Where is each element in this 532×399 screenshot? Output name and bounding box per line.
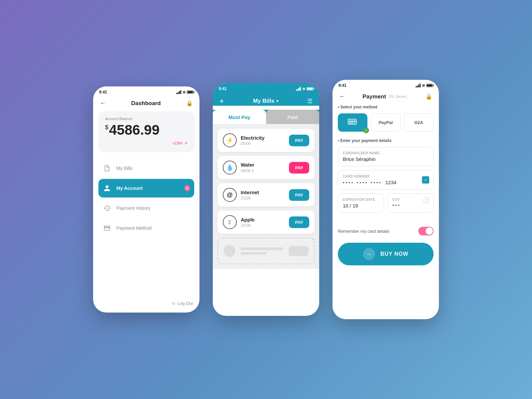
cvv-help-icon[interactable]: ? bbox=[423, 197, 429, 203]
electricity-date: 05/06 bbox=[241, 141, 285, 146]
payment-lock-icon: 🔒 bbox=[426, 93, 432, 100]
bills-header: + My Bills ▾ ☰ bbox=[213, 93, 319, 106]
battery-icon bbox=[187, 90, 194, 94]
electricity-info: Electricity 05/06 bbox=[241, 135, 285, 146]
cardholder-group: CARDHOLDER NAME Brice Séraphin bbox=[338, 147, 434, 166]
battery-icon-3 bbox=[426, 84, 433, 87]
payment-header: ← Payment SSL Secure_ 🔒 bbox=[332, 90, 439, 105]
method-g2a-label: G2A bbox=[414, 120, 423, 125]
apple-info: Apple 25/06 bbox=[241, 217, 285, 228]
back-button[interactable]: ← bbox=[100, 100, 106, 107]
wifi-icon-3: ⊜ bbox=[422, 83, 425, 88]
balance-section: Account Balance $ 4586.99 +15% ↗ bbox=[98, 111, 194, 152]
menu-icon[interactable]: ☰ bbox=[307, 97, 313, 105]
balance-change: +15% ↗ bbox=[105, 141, 188, 146]
page-title: Dashboard bbox=[131, 100, 161, 107]
card-check-icon: ✓ bbox=[422, 176, 429, 184]
bill-electricity: ⚡ Electricity 05/06 PAY bbox=[217, 129, 315, 152]
svg-rect-1 bbox=[348, 121, 356, 122]
dropdown-icon: ▾ bbox=[276, 99, 278, 103]
wifi-icon-2: ⊜ bbox=[302, 87, 305, 91]
expiry-field[interactable]: EXPIRATION DATE 10 / 19 bbox=[338, 194, 384, 213]
signal-icon-3 bbox=[416, 83, 421, 87]
battery-icon-2 bbox=[307, 87, 313, 90]
remember-row: Remember my card details bbox=[332, 222, 439, 240]
placeholder-lines bbox=[241, 247, 283, 255]
nav-payment-history[interactable]: Payment History bbox=[98, 199, 194, 217]
tab-bar: Must Pay Paid bbox=[213, 110, 319, 124]
status-time-1: 9:41 bbox=[99, 90, 107, 94]
trend-up-icon: ↗ bbox=[184, 141, 188, 146]
placeholder-line-1 bbox=[241, 247, 283, 250]
placeholder-line-2 bbox=[241, 252, 266, 255]
toggle-knob bbox=[426, 227, 433, 235]
electricity-icon: ⚡ bbox=[223, 133, 237, 147]
back-button-payment[interactable]: ← bbox=[339, 93, 345, 100]
status-bar-2: 9:41 ⊜ bbox=[213, 83, 319, 93]
electricity-name: Electricity bbox=[241, 135, 285, 141]
method-card[interactable]: ✓ bbox=[338, 113, 367, 132]
method-paypal-label: PayPal bbox=[379, 120, 393, 125]
bills-title: My Bills ▾ bbox=[253, 98, 278, 104]
buy-arrow-icon: → bbox=[363, 248, 375, 260]
nav-label-bills: My Bills bbox=[116, 166, 132, 171]
logout-button[interactable]: ⎋ Log Out bbox=[172, 301, 193, 306]
cardholder-label: CARDHOLDER NAME bbox=[343, 151, 429, 155]
bill-internet: @ Internet 21/06 PAY bbox=[217, 183, 315, 206]
tab-must-pay[interactable]: Must Pay bbox=[213, 110, 266, 124]
ssl-badge: SSL Secure_ bbox=[389, 95, 408, 98]
dashboard-phone: 9:41 ⊜ ← Dashboard 🔒 Account Balance $ 4… bbox=[93, 86, 200, 313]
status-icons-1: ⊜ bbox=[176, 90, 194, 94]
payment-body: Select your method ✓ PayPal bbox=[332, 105, 439, 222]
pay-water-button[interactable]: PAY bbox=[289, 162, 309, 174]
pay-internet-button[interactable]: PAY bbox=[289, 189, 309, 201]
payment-title-container: Payment SSL Secure_ bbox=[362, 93, 408, 100]
cardholder-value: Brice Séraphin bbox=[343, 156, 429, 162]
nav-payment-method[interactable]: Payment Method bbox=[98, 219, 194, 237]
remember-label: Remember my card details bbox=[338, 229, 389, 234]
lock-icon: 🔒 bbox=[186, 100, 193, 106]
cardholder-field[interactable]: CARDHOLDER NAME Brice Séraphin bbox=[338, 147, 434, 166]
nav-label-method: Payment Method bbox=[116, 225, 152, 231]
status-time-3: 9:41 bbox=[338, 83, 346, 88]
nav-my-bills[interactable]: My Bills bbox=[98, 159, 194, 178]
buy-label: BUY NOW bbox=[380, 251, 408, 257]
select-method-label: Select your method bbox=[338, 105, 434, 109]
buy-now-button[interactable]: → BUY NOW bbox=[338, 243, 434, 265]
logout-label: Log Out bbox=[178, 301, 193, 306]
expiry-label: EXPIRATION DATE bbox=[343, 198, 379, 201]
status-bar-3: 9:41 ⊜ bbox=[332, 80, 439, 90]
status-time-2: 9:41 bbox=[219, 86, 227, 91]
status-icons-3: ⊜ bbox=[416, 83, 433, 88]
bill-apple:  Apple 25/06 PAY bbox=[217, 210, 315, 234]
dashboard-header: ← Dashboard 🔒 bbox=[93, 96, 200, 111]
nav-my-account[interactable]: My Account 3 bbox=[98, 179, 194, 198]
status-icons-2: ⊜ bbox=[296, 87, 313, 91]
water-icon: 💧 bbox=[223, 161, 237, 175]
method-card-label bbox=[348, 118, 358, 127]
card-number-field[interactable]: CARD NUMBER •••• •••• •••• 1234 ✓ bbox=[338, 170, 434, 190]
payment-phone: 9:41 ⊜ ← Payment SSL Secure_ 🔒 Select yo… bbox=[332, 80, 439, 319]
wifi-icon: ⊜ bbox=[183, 90, 186, 94]
account-badge: 3 bbox=[184, 185, 190, 191]
internet-name: Internet bbox=[241, 190, 285, 195]
nav-label-account: My Account bbox=[116, 186, 143, 191]
pay-apple-button[interactable]: PAY bbox=[289, 216, 309, 228]
balance-amount: $ 4586.99 bbox=[105, 122, 188, 138]
expiry-value: 10 / 19 bbox=[343, 203, 379, 208]
method-g2a[interactable]: G2A bbox=[404, 113, 434, 132]
apple-icon:  bbox=[223, 215, 237, 229]
method-paypal[interactable]: PayPal bbox=[371, 113, 400, 132]
expiry-cvv-group: EXPIRATION DATE 10 / 19 CVV ••• ? bbox=[338, 194, 434, 213]
add-bill-button[interactable]: + bbox=[219, 96, 224, 106]
tab-paid[interactable]: Paid bbox=[266, 110, 319, 124]
remember-toggle[interactable] bbox=[418, 227, 434, 235]
cvv-field[interactable]: CVV ••• ? bbox=[387, 194, 434, 213]
apple-name: Apple bbox=[241, 217, 285, 222]
svg-rect-2 bbox=[349, 123, 351, 123]
signal-icon-2 bbox=[296, 87, 301, 91]
add-bill-placeholder[interactable] bbox=[217, 238, 315, 264]
pay-electricity-button[interactable]: PAY bbox=[289, 135, 309, 146]
internet-icon: @ bbox=[223, 188, 237, 202]
account-icon bbox=[102, 184, 112, 193]
